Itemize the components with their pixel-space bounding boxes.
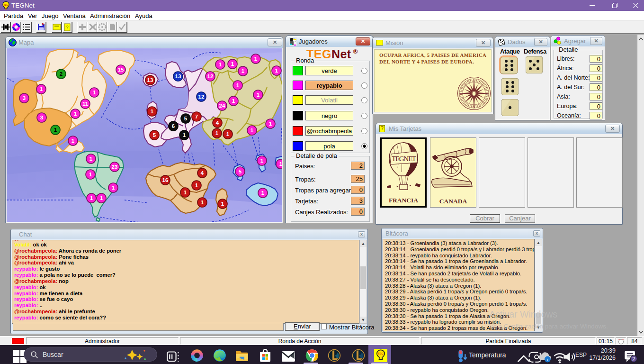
svg-text:1: 1 (257, 92, 260, 98)
svg-text:S: S (473, 105, 475, 109)
svg-text:1: 1 (242, 68, 245, 74)
svg-text:1: 1 (100, 195, 103, 201)
svg-text:TEGNET: TEGNET (392, 155, 416, 163)
svg-text:1: 1 (232, 98, 235, 104)
svg-text:1: 1 (93, 90, 96, 95)
svg-text:TEG: TEG (4, 4, 9, 6)
svg-text:1: 1 (201, 200, 204, 205)
svg-text:O: O (460, 92, 462, 96)
svg-text:2: 2 (632, 356, 635, 363)
svg-text:1: 1 (236, 82, 240, 88)
svg-text:1: 1 (260, 158, 264, 164)
svg-text:1: 1 (226, 131, 230, 137)
svg-text:TEG: TEG (378, 352, 384, 355)
svg-text:1: 1 (151, 109, 154, 114)
svg-text:11: 11 (82, 101, 89, 107)
svg-text:5: 5 (184, 116, 188, 121)
svg-text:2: 2 (60, 71, 63, 77)
svg-text:1: 1 (183, 132, 186, 138)
svg-text:4: 4 (216, 120, 219, 126)
svg-text:1: 1 (54, 127, 57, 133)
svg-text:3: 3 (40, 115, 43, 120)
svg-text:E: E (486, 92, 488, 96)
svg-text:6: 6 (172, 123, 175, 129)
svg-text:1: 1 (90, 195, 93, 201)
svg-text:1: 1 (250, 127, 254, 133)
svg-text:4: 4 (201, 170, 204, 176)
svg-text:1: 1 (89, 172, 92, 177)
svg-text:i: i (547, 357, 548, 362)
svg-text:1: 1 (261, 190, 265, 196)
svg-text:1: 1 (215, 130, 219, 136)
svg-text:1: 1 (195, 182, 198, 188)
svg-text:1: 1 (231, 61, 234, 67)
svg-text:1: 1 (184, 190, 187, 195)
svg-text:7: 7 (195, 114, 198, 119)
svg-text:13: 13 (147, 77, 153, 83)
svg-text:1: 1 (72, 138, 75, 144)
svg-text:1: 1 (275, 68, 278, 73)
svg-text:3: 3 (23, 95, 26, 101)
svg-text:1: 1 (112, 185, 115, 191)
svg-text:12: 12 (198, 94, 205, 100)
svg-text:1: 1 (269, 121, 272, 127)
svg-text:1: 1 (89, 156, 93, 162)
svg-text:1: 1 (219, 62, 222, 67)
svg-text:16: 16 (162, 177, 169, 183)
svg-text:?: ? (66, 25, 68, 29)
svg-text:23: 23 (112, 164, 118, 170)
svg-text:1: 1 (279, 161, 282, 167)
svg-text:12: 12 (207, 73, 214, 79)
svg-text:15: 15 (118, 67, 124, 73)
svg-text:1: 1 (74, 111, 77, 117)
svg-text:1: 1 (221, 201, 224, 207)
svg-text:1: 1 (40, 86, 43, 92)
svg-text:13: 13 (175, 73, 181, 79)
svg-text:1: 1 (254, 56, 258, 62)
svg-text:24: 24 (219, 103, 225, 109)
svg-text:5: 5 (153, 132, 156, 138)
svg-text:5: 5 (239, 169, 242, 174)
